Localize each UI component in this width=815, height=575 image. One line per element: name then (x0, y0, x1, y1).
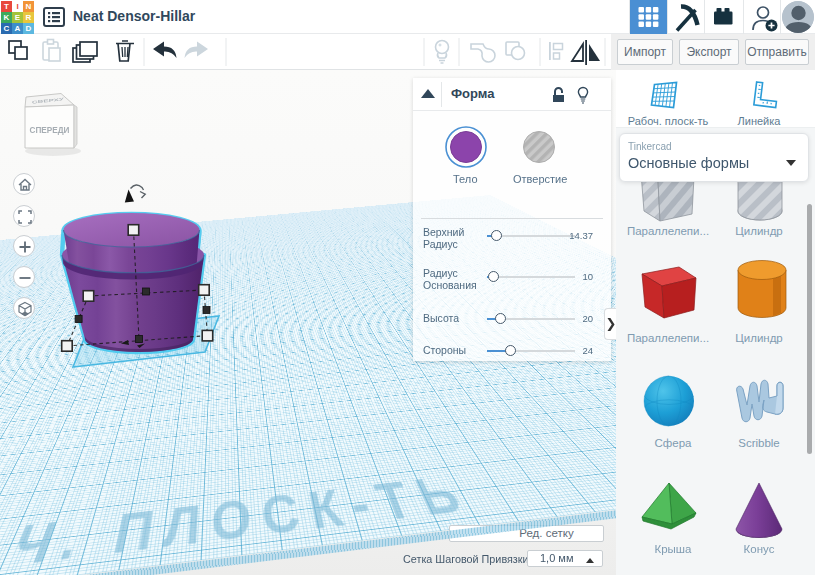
svg-text:СПЕРЕДИ: СПЕРЕДИ (30, 126, 70, 135)
